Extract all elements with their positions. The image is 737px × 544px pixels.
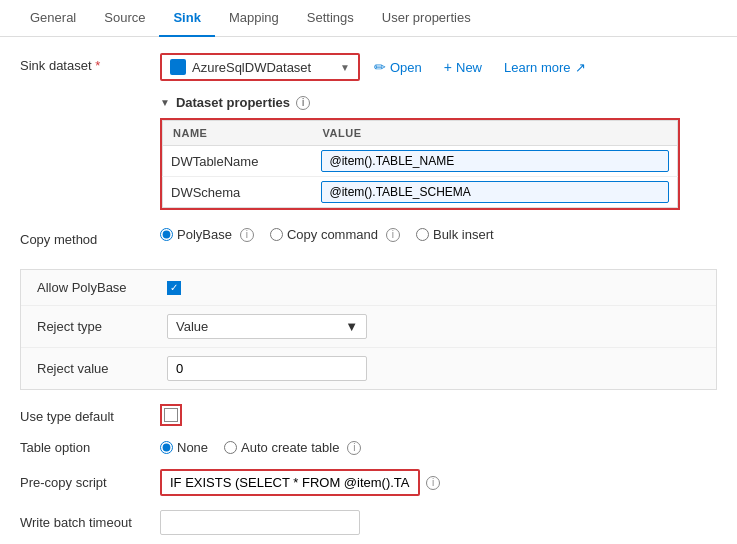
table-option-row: Table option None Auto create table i — [20, 440, 717, 455]
use-type-default-label: Use type default — [20, 407, 160, 424]
info-icon[interactable]: i — [296, 96, 310, 110]
radio-polybase-input[interactable] — [160, 228, 173, 241]
radio-bulk-insert[interactable]: Bulk insert — [416, 227, 494, 242]
prop-value-dwschema-cell — [313, 177, 678, 208]
radio-none-input[interactable] — [160, 441, 173, 454]
reject-type-label: Reject type — [37, 319, 167, 334]
edit-icon: ✏ — [374, 59, 386, 75]
learn-more-button[interactable]: Learn more ↗ — [496, 56, 593, 79]
sink-dataset-row: Sink dataset * AzureSqlDWDataset ▼ ✏ Ope… — [20, 53, 717, 81]
plus-icon: + — [444, 59, 452, 75]
dataset-properties-header: ▼ Dataset properties i — [160, 95, 717, 110]
radio-copy-command-input[interactable] — [270, 228, 283, 241]
polybase-settings-section: Allow PolyBase ✓ Reject type Value ▼ Rej… — [20, 269, 717, 390]
pre-copy-script-label: Pre-copy script — [20, 475, 160, 490]
reject-value-content — [167, 356, 700, 381]
main-content: Sink dataset * AzureSqlDWDataset ▼ ✏ Ope… — [0, 37, 737, 537]
tab-settings[interactable]: Settings — [293, 0, 368, 37]
allow-polybase-checkbox[interactable]: ✓ — [167, 281, 181, 295]
reject-value-row: Reject value — [21, 348, 716, 389]
table-row: DWTableName — [163, 146, 678, 177]
chevron-down-icon: ▼ — [345, 319, 358, 334]
use-type-default-row: Use type default — [20, 404, 717, 426]
dataset-icon — [170, 59, 186, 75]
dataset-props-table-wrapper: NAME VALUE DWTableName DWSchema — [160, 118, 680, 210]
open-button[interactable]: ✏ Open — [366, 55, 430, 79]
auto-create-info-icon[interactable]: i — [347, 441, 361, 455]
allow-polybase-label: Allow PolyBase — [37, 280, 167, 295]
use-type-default-checkbox-wrapper — [160, 404, 182, 426]
sink-dataset-label: Sink dataset * — [20, 53, 160, 73]
table-option-label: Table option — [20, 440, 160, 455]
pre-copy-script-content: i — [160, 469, 717, 496]
tab-source[interactable]: Source — [90, 0, 159, 37]
tab-sink[interactable]: Sink — [159, 0, 214, 37]
reject-type-content: Value ▼ — [167, 314, 700, 339]
reject-value-input[interactable] — [167, 356, 367, 381]
tab-bar: General Source Sink Mapping Settings Use… — [0, 0, 737, 37]
dataset-value: AzureSqlDWDataset — [192, 60, 311, 75]
copy-method-radio-group: PolyBase i Copy command i Bulk insert — [160, 227, 494, 242]
tab-user-properties[interactable]: User properties — [368, 0, 485, 37]
col-header-name: NAME — [163, 121, 313, 146]
dataset-properties-section: ▼ Dataset properties i NAME VALUE DWTabl… — [160, 95, 717, 213]
reject-value-label: Reject value — [37, 361, 167, 376]
dataset-props-table: NAME VALUE DWTableName DWSchema — [162, 120, 678, 208]
collapse-icon[interactable]: ▼ — [160, 97, 170, 108]
table-option-radio-group: None Auto create table i — [160, 440, 361, 455]
table-row: DWSchema — [163, 177, 678, 208]
write-batch-timeout-label: Write batch timeout — [20, 510, 160, 530]
tab-general[interactable]: General — [16, 0, 90, 37]
new-button[interactable]: + New — [436, 55, 490, 79]
prop-value-dwtablename-cell — [313, 146, 678, 177]
sink-dataset-dropdown[interactable]: AzureSqlDWDataset ▼ — [160, 53, 360, 81]
pre-copy-script-input[interactable] — [160, 469, 420, 496]
radio-none[interactable]: None — [160, 440, 208, 455]
copy-command-info-icon[interactable]: i — [386, 228, 400, 242]
sink-dataset-content: AzureSqlDWDataset ▼ ✏ Open + New Learn m… — [160, 53, 717, 81]
copy-method-label: Copy method — [20, 227, 160, 247]
polybase-info-icon[interactable]: i — [240, 228, 254, 242]
reject-type-dropdown[interactable]: Value ▼ — [167, 314, 367, 339]
radio-auto-create-input[interactable] — [224, 441, 237, 454]
reject-type-row: Reject type Value ▼ — [21, 306, 716, 348]
tab-mapping[interactable]: Mapping — [215, 0, 293, 37]
col-header-value: VALUE — [313, 121, 678, 146]
allow-polybase-content: ✓ — [167, 281, 700, 295]
radio-polybase[interactable]: PolyBase i — [160, 227, 254, 242]
radio-copy-command[interactable]: Copy command i — [270, 227, 400, 242]
prop-value-dwschema[interactable] — [321, 181, 670, 203]
allow-polybase-row: Allow PolyBase ✓ — [21, 270, 716, 306]
prop-name-dwschema: DWSchema — [163, 177, 313, 208]
write-batch-timeout-content — [160, 510, 717, 535]
pre-copy-script-info-icon[interactable]: i — [426, 476, 440, 490]
copy-method-row: Copy method PolyBase i Copy command i Bu… — [20, 227, 717, 255]
prop-value-dwtablename[interactable] — [321, 150, 670, 172]
prop-name-dwtablename: DWTableName — [163, 146, 313, 177]
radio-bulk-insert-input[interactable] — [416, 228, 429, 241]
radio-auto-create[interactable]: Auto create table i — [224, 440, 361, 455]
external-link-icon: ↗ — [575, 60, 586, 75]
write-batch-timeout-row: Write batch timeout — [20, 510, 717, 537]
write-batch-timeout-input[interactable] — [160, 510, 360, 535]
chevron-down-icon: ▼ — [340, 62, 350, 73]
use-type-default-checkbox[interactable] — [164, 408, 178, 422]
pre-copy-script-row: Pre-copy script i — [20, 469, 717, 496]
copy-method-content: PolyBase i Copy command i Bulk insert — [160, 227, 717, 242]
